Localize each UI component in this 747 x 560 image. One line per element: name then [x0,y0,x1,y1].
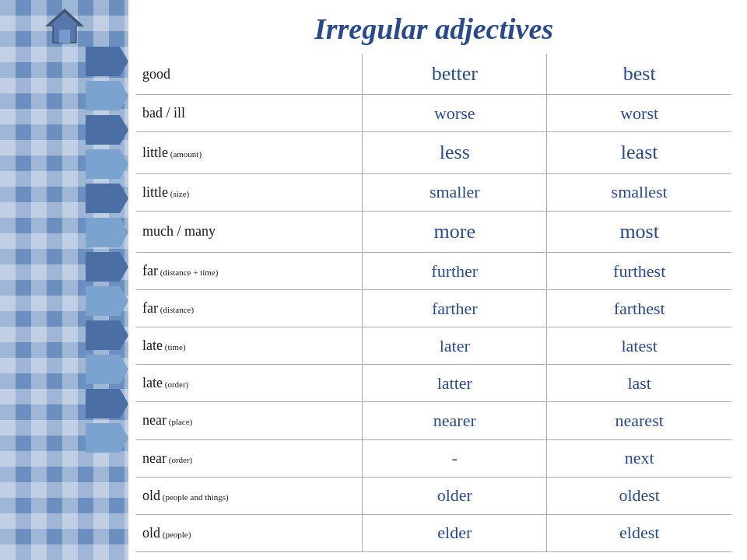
arrow-tab [86,252,128,282]
svg-rect-1 [59,30,70,43]
comparative-cell: nearer [363,402,547,439]
base-note: (people) [160,530,191,539]
base-word: late [142,375,163,390]
arrow-tab [86,286,128,316]
superlative-cell: worst [547,95,731,132]
table-row: near (place)nearernearest [136,402,731,439]
comparative-cell: more [363,211,547,252]
base-word: near [142,412,167,428]
base-form-cell: near (place) [136,402,363,439]
base-form-cell: far (distance + time) [136,253,363,290]
superlative-cell: last [547,365,731,402]
table-row: late (order)latterlast [136,365,731,402]
base-note: (time) [163,342,186,352]
base-note: (people and things) [160,492,229,502]
base-form-cell: near (order) [136,439,363,477]
comparative-cell: later [363,327,547,365]
arrow-tab [86,389,128,418]
superlative-cell: most [547,211,731,252]
base-word: late [142,338,163,353]
superlative-cell: least [547,132,731,173]
comparative-cell: older [363,477,547,514]
superlative-cell: furthest [547,253,731,290]
superlative-cell: farthest [547,290,731,327]
arrow-tab [86,184,128,213]
base-note: (distance + time) [158,268,218,277]
comparative-cell: smaller [363,173,547,211]
comparative-cell: worse [363,95,547,132]
comparative-cell: latter [363,365,547,402]
base-word: far [142,300,158,316]
table-row: late (time)laterlatest [136,327,731,365]
base-word: little [142,184,168,200]
arrow-tabs [86,47,128,453]
table-row: much / manymoremost [136,211,731,252]
base-form-cell: little (size) [136,173,363,211]
superlative-cell: eldest [547,514,731,551]
arrow-tab [86,81,128,110]
base-note: (amount) [168,149,202,159]
base-note: (size) [168,189,189,198]
base-form-cell: old (people and things) [136,477,363,514]
base-form-cell: old (people) [136,514,363,551]
arrow-tab [86,218,128,247]
comparative-cell: elder [363,514,547,551]
arrow-tab [86,115,128,145]
table-row: far (distance)fartherfarthest [136,290,731,327]
base-note: (order) [167,455,192,464]
superlative-cell: oldest [547,477,731,514]
base-form-cell: late (order) [136,365,363,402]
base-form-cell: late (time) [136,327,363,365]
superlative-cell: next [547,439,731,477]
comparative-cell: less [363,132,547,173]
base-form-cell: little (amount) [136,132,363,173]
base-form-cell: bad / ill [136,95,363,132]
arrow-tab [86,355,128,384]
table-row: little (size)smallersmallest [136,173,731,211]
main-content: Irregular adjectives goodbetterbestbad /… [128,0,747,560]
adjectives-table: goodbetterbestbad / illworseworstlittle … [136,54,731,552]
base-word: little [142,145,168,160]
comparative-cell: further [363,253,547,290]
table-row: far (distance + time)furtherfurthest [136,253,731,290]
arrow-tab [86,47,128,76]
base-word: bad / ill [142,105,185,121]
base-note: (distance) [158,305,194,314]
comparative-cell: farther [363,290,547,327]
table-row: goodbetterbest [136,54,731,95]
base-form-cell: much / many [136,211,363,252]
home-icon[interactable] [45,6,84,45]
base-word: old [142,488,160,503]
page-title: Irregular adjectives [136,8,731,46]
base-note: (place) [167,417,192,426]
table-row: little (amount)lessleast [136,132,731,173]
arrow-tab [86,320,128,350]
arrow-tab [86,149,128,179]
arrow-tab [86,423,128,453]
base-word: old [142,525,160,541]
base-word: much / many [142,223,216,239]
table-row: old (people)eldereldest [136,514,731,551]
superlative-cell: best [547,54,731,95]
base-word: good [142,66,170,82]
superlative-cell: latest [547,327,731,365]
table-row: near (order)-next [136,439,731,477]
superlative-cell: smallest [547,173,731,211]
comparative-cell: better [363,54,547,95]
comparative-cell: - [363,439,547,477]
base-form-cell: good [136,54,363,95]
table-row: old (people and things)olderoldest [136,477,731,514]
base-form-cell: far (distance) [136,290,363,327]
base-word: near [142,450,167,466]
base-word: far [142,263,158,278]
base-note: (order) [163,380,188,389]
sidebar [0,0,128,560]
superlative-cell: nearest [547,402,731,439]
table-row: bad / illworseworst [136,95,731,132]
